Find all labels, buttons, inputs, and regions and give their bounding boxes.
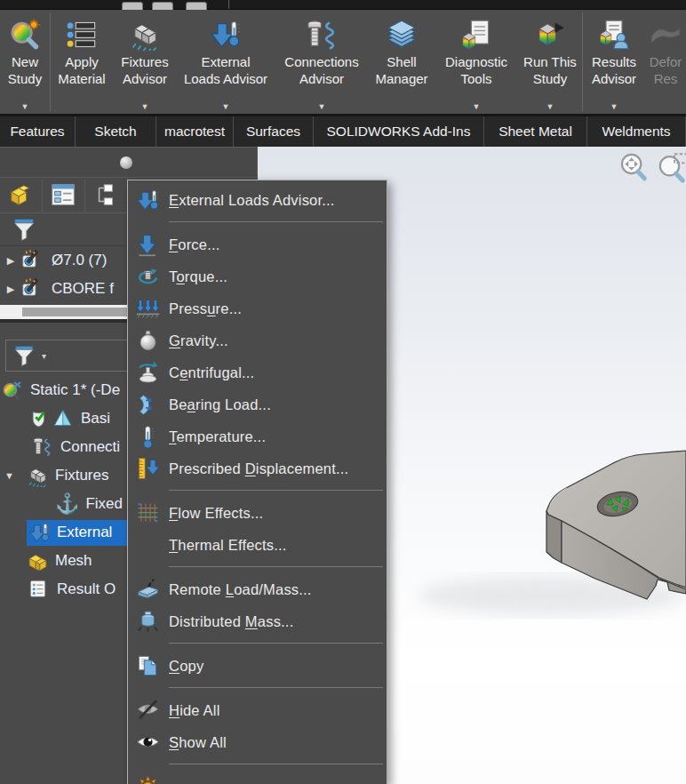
button-label: Fixtures xyxy=(121,53,168,70)
connections-advisor-button[interactable]: ConnectionsAdvisor▼ xyxy=(275,10,369,114)
panel-tab-display-manager[interactable] xyxy=(85,179,128,212)
menu-item-hide-all[interactable]: Hide All xyxy=(128,694,387,726)
mesh-part-icon xyxy=(27,550,49,572)
external-loads-icon xyxy=(210,19,242,51)
quick-access-strip xyxy=(0,0,686,10)
results-advisor-button[interactable]: ResultsAdvisor▼ xyxy=(583,10,645,114)
chevron-down-icon[interactable]: ▼ xyxy=(318,103,326,114)
new-study-button[interactable]: NewStudy▼ xyxy=(0,10,50,114)
chevron-down-icon[interactable]: ▾ xyxy=(42,351,46,361)
menu-item-force[interactable]: Force... xyxy=(128,228,387,260)
expand-arrow-icon[interactable]: ▶ xyxy=(0,284,21,295)
study-icon xyxy=(2,380,24,402)
funnel-icon xyxy=(12,217,37,242)
menu-item-label: Remote Load/Mass... xyxy=(169,581,312,598)
menu-item-flow-effects[interactable]: Flow Effects... xyxy=(128,497,387,529)
filter-funnel-icon[interactable] xyxy=(13,344,36,367)
diagnostic-tools-button[interactable]: DiagnosticTools▼ xyxy=(435,10,518,114)
gravity-icon xyxy=(136,329,160,353)
menu-item-copy[interactable]: Copy xyxy=(128,650,387,682)
context-menu: External Loads Advisor...Force...Torque.… xyxy=(127,180,387,784)
scrollbar-thumb[interactable] xyxy=(22,308,127,316)
quick-access-button-icon[interactable] xyxy=(186,2,207,10)
tree-item-label: Mesh xyxy=(55,552,92,570)
button-label: External xyxy=(201,53,250,70)
customize-icon xyxy=(136,775,160,784)
button-label: Shell xyxy=(387,53,416,70)
apply-material-icon xyxy=(66,19,98,51)
button-label: New xyxy=(12,53,38,70)
deformed-result-button[interactable]: DeforRes xyxy=(645,10,686,114)
menu-item-prescribed-displacement[interactable]: Prescribed Displacement... xyxy=(128,452,387,484)
button-label: Defor xyxy=(650,53,682,70)
hide-all-icon xyxy=(136,699,160,723)
quick-access-button-icon[interactable] xyxy=(152,2,173,10)
menu-item-label: Gravity... xyxy=(169,332,228,349)
menu-item-remote-load-mass[interactable]: Remote Load/Mass... xyxy=(128,573,387,605)
menu-item-label: Pressure... xyxy=(169,300,242,317)
menu-item-label: Hide All xyxy=(169,702,220,719)
menu-item-bearing-load[interactable]: Bearing Load... xyxy=(128,388,387,420)
remote-load-mass-icon xyxy=(136,578,160,602)
expand-arrow-icon[interactable]: ▼ xyxy=(4,470,14,481)
panel-tab-feature-manager[interactable] xyxy=(0,179,43,212)
button-label: Study xyxy=(8,70,42,87)
distributed-mass-icon xyxy=(136,610,160,634)
button-label: Manager xyxy=(375,70,427,87)
zoom-area-button[interactable] xyxy=(658,152,686,184)
menu-item-customize-menu[interactable] xyxy=(128,771,387,784)
chevron-down-icon[interactable]: ▼ xyxy=(222,103,230,114)
chevron-down-icon[interactable]: ▼ xyxy=(141,103,149,114)
fixtures-advisor-button[interactable]: FixturesAdvisor▼ xyxy=(113,10,177,114)
menu-separator xyxy=(128,484,387,497)
menu-item-pressure[interactable]: Pressure... xyxy=(128,292,387,324)
shell-manager-button[interactable]: ShellManager xyxy=(369,10,435,114)
menu-item-external-loads-advisor[interactable]: External Loads Advisor... xyxy=(128,184,387,216)
tree-item-label: Fixtures xyxy=(55,467,108,484)
button-label: Diagnostic xyxy=(445,53,507,70)
menu-item-torque[interactable]: Torque... xyxy=(128,260,387,292)
menu-item-temperature[interactable]: Temperature... xyxy=(128,420,387,452)
filter-funnel-icon[interactable] xyxy=(12,217,37,242)
tree-item-label: CBORE f xyxy=(52,280,114,298)
button-label: Advisor xyxy=(592,70,636,87)
tab-features[interactable]: Features xyxy=(0,116,76,147)
chevron-down-icon[interactable]: ▼ xyxy=(610,103,618,114)
panel-collapse-handle[interactable] xyxy=(120,156,132,169)
diagnostic-tools-icon xyxy=(460,19,492,51)
menu-item-thermal-effects[interactable]: Thermal Effects... xyxy=(128,529,387,561)
deformed-result-icon xyxy=(650,19,682,51)
solidworks-window: NewStudy▼ApplyMaterial FixturesAdvisor▼E… xyxy=(0,0,686,784)
menu-item-gravity[interactable]: Gravity... xyxy=(128,324,387,356)
tab-surfaces[interactable]: Surfaces xyxy=(234,116,314,147)
quick-access-button-icon[interactable] xyxy=(122,2,143,10)
external-loads-advisor-button[interactable]: ExternalLoads Advisor▼ xyxy=(177,10,275,114)
panel-tab-configuration-manager[interactable] xyxy=(43,179,85,212)
tab-macrotest[interactable]: macrotest xyxy=(156,116,234,147)
result-options-icon xyxy=(28,579,51,601)
menu-item-label: Temperature... xyxy=(169,428,266,445)
menu-item-distributed-mass[interactable]: Distributed Mass... xyxy=(128,605,387,637)
tab-sheet-metal[interactable]: Sheet Metal xyxy=(484,116,587,147)
zoom-fit-button[interactable] xyxy=(618,152,650,184)
chevron-down-icon[interactable]: ▼ xyxy=(546,103,554,114)
menu-item-centrifugal[interactable]: Centrifugal... xyxy=(128,356,387,388)
run-this-study-button[interactable]: Run ThisStudy▼ xyxy=(518,10,582,114)
panel-top-bar xyxy=(0,147,258,178)
chevron-down-icon[interactable]: ▼ xyxy=(21,103,29,114)
temperature-icon xyxy=(136,425,160,449)
button-label: Study xyxy=(533,70,567,87)
apply-material-button[interactable]: ApplyMaterial xyxy=(51,10,113,114)
chevron-down-icon[interactable]: ▼ xyxy=(473,103,481,114)
new-study-icon xyxy=(9,19,41,51)
flow-effects-icon xyxy=(136,501,160,525)
tab-sketch[interactable]: Sketch xyxy=(76,116,156,147)
tab-solidworks-add-ins[interactable]: SOLIDWORKS Add-Ins xyxy=(314,116,484,147)
tab-weldments[interactable]: Weldments xyxy=(587,116,686,147)
expand-arrow-icon[interactable]: ▶ xyxy=(0,255,21,267)
funnel-icon xyxy=(13,344,36,367)
menu-item-show-all[interactable]: Show All xyxy=(128,726,387,758)
button-label: Run This xyxy=(523,53,577,70)
hole-wizard-icon xyxy=(21,277,45,301)
shield-check-icon xyxy=(30,408,52,430)
